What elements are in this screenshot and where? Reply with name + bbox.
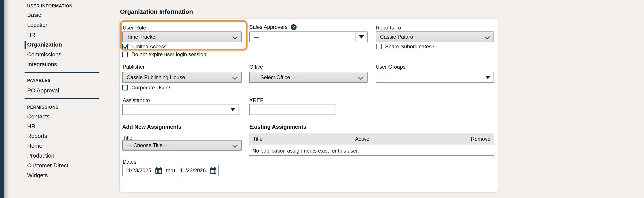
- existing-assignments-table: Title Active Remove No publication assig…: [249, 133, 494, 156]
- sales-approvers-value: —: [254, 32, 259, 42]
- sidebar-section-payables: PAYABLES: [27, 78, 50, 83]
- column-header-title: Title: [253, 133, 262, 145]
- caret-down-icon: [230, 108, 235, 111]
- dropdown-button[interactable]: [482, 72, 494, 82]
- share-subordinates-checkbox[interactable]: [376, 44, 382, 49]
- limited-access-checkbox[interactable]: [122, 44, 128, 49]
- sidebar-item-contacts[interactable]: Contacts: [27, 113, 50, 120]
- dropdown-button[interactable]: [227, 104, 238, 114]
- add-new-assignments-heading: Add New Assignments: [122, 124, 181, 130]
- calendar-icon[interactable]: [155, 167, 162, 175]
- sidebar-item-location[interactable]: Location: [27, 22, 49, 28]
- publisher-value: Cassie Publishing House: [126, 72, 185, 82]
- caret-down-icon: [359, 35, 364, 39]
- active-item-indicator: [24, 41, 26, 49]
- corporate-user-row: Corporate User?: [122, 85, 170, 91]
- user-role-label: User Role: [123, 25, 146, 31]
- chevron-down-icon: [484, 34, 490, 39]
- assignment-title-select[interactable]: — Choose Title —: [122, 140, 242, 151]
- sidebar-item-widgets[interactable]: Widgets: [27, 172, 48, 179]
- sidebar-item-hr-permissions[interactable]: HR: [27, 123, 36, 130]
- existing-assignments-heading: Existing Assignments: [249, 124, 306, 130]
- corporate-user-label: Corporate User?: [132, 85, 170, 91]
- chevron-down-icon: [232, 34, 238, 39]
- sidebar-item-basic[interactable]: Basic: [27, 11, 41, 18]
- sidebar-item-reports[interactable]: Reports: [27, 133, 47, 139]
- assistant-to-combobox[interactable]: —: [122, 104, 239, 115]
- sidebar-item-commissions[interactable]: Commissions: [27, 51, 61, 58]
- dropdown-button[interactable]: [355, 32, 367, 42]
- column-header-remove: Remove: [471, 133, 490, 145]
- user-role-value: Time Tracker: [126, 32, 157, 42]
- xref-input[interactable]: [249, 104, 336, 115]
- chevron-down-icon: [358, 75, 364, 80]
- chevron-down-icon: [232, 75, 238, 80]
- organization-information-panel: User Role Sales Approvers ? Reports To T…: [120, 18, 498, 192]
- limited-access-row: Limited Access: [122, 43, 166, 50]
- table-header-row: Title Active Remove: [249, 133, 494, 145]
- date-from-value: 11/23/2025: [125, 165, 151, 176]
- sidebar-item-hr[interactable]: HR: [27, 32, 36, 38]
- assistant-to-value: —: [127, 104, 132, 114]
- assistant-to-label: Assistant to: [123, 97, 150, 103]
- left-edge-shadow: [4, 0, 9, 198]
- date-to-value: 11/23/2026: [180, 165, 206, 176]
- sales-approvers-combobox[interactable]: —: [249, 31, 368, 42]
- sidebar-item-customer-direct[interactable]: Customer Direct: [27, 162, 68, 169]
- sidebar-item-integrations[interactable]: Integrations: [27, 61, 57, 68]
- publisher-select[interactable]: Cassie Publishing House: [122, 72, 242, 83]
- office-select[interactable]: — Select Office —: [249, 72, 368, 83]
- sidebar-item-home[interactable]: Home: [27, 142, 42, 149]
- thru-label: thru: [166, 167, 175, 174]
- sidebar-divider: [24, 72, 99, 73]
- date-from-input[interactable]: 11/23/2025: [122, 165, 164, 176]
- sales-approvers-label-row: Sales Approvers ?: [249, 24, 296, 30]
- sidebar-item-organization[interactable]: Organization: [27, 41, 62, 48]
- sidebar-item-production[interactable]: Production: [27, 152, 54, 159]
- table-empty-message: No publication assignments exist for thi…: [249, 145, 494, 156]
- reports-to-label: Reports To: [376, 25, 401, 31]
- user-role-select[interactable]: Time Tracker: [122, 31, 242, 42]
- sidebar-section-user-information: USER INFORMATION: [27, 3, 72, 8]
- xref-label: XREF: [249, 97, 263, 103]
- calendar-icon[interactable]: [210, 167, 217, 175]
- do-not-expire-checkbox[interactable]: [122, 52, 128, 57]
- share-subordinates-label: Share Subordinates?: [385, 43, 434, 50]
- column-header-active: Active: [355, 133, 369, 145]
- sidebar-section-permissions: PERMISSIONS: [27, 105, 58, 110]
- publisher-label: Publisher: [123, 64, 144, 70]
- help-icon[interactable]: ?: [291, 24, 296, 30]
- reports-to-value: Cassie Pataro: [380, 32, 413, 42]
- user-groups-label: User Groups: [376, 64, 406, 70]
- caret-down-icon: [486, 76, 490, 79]
- user-groups-combobox[interactable]: —: [376, 72, 494, 83]
- share-subordinates-row: Share Subordinates?: [376, 43, 434, 50]
- do-not-expire-label: Do not expire user login session: [132, 51, 206, 57]
- dates-label: Dates: [123, 159, 136, 165]
- user-groups-value: —: [380, 72, 386, 82]
- reports-to-select[interactable]: Cassie Pataro: [376, 31, 494, 42]
- sidebar-item-po-approval[interactable]: PO Approval: [27, 87, 59, 94]
- app-left-edge-bar: [0, 0, 4, 198]
- assignment-title-value: — Choose Title —: [126, 141, 169, 150]
- office-value: — Select Office —: [254, 72, 297, 82]
- date-to-input[interactable]: 11/23/2026: [177, 165, 219, 176]
- sidebar-divider: [24, 98, 99, 99]
- checkmark-icon: [122, 43, 129, 50]
- limited-access-label: Limited Access: [132, 43, 166, 50]
- do-not-expire-row: Do not expire user login session: [122, 51, 206, 57]
- chevron-down-icon: [232, 142, 238, 148]
- corporate-user-checkbox[interactable]: [122, 85, 128, 91]
- sales-approvers-label: Sales Approvers: [249, 24, 288, 30]
- page-title: Organization Information: [120, 8, 193, 15]
- office-label: Office: [249, 64, 263, 70]
